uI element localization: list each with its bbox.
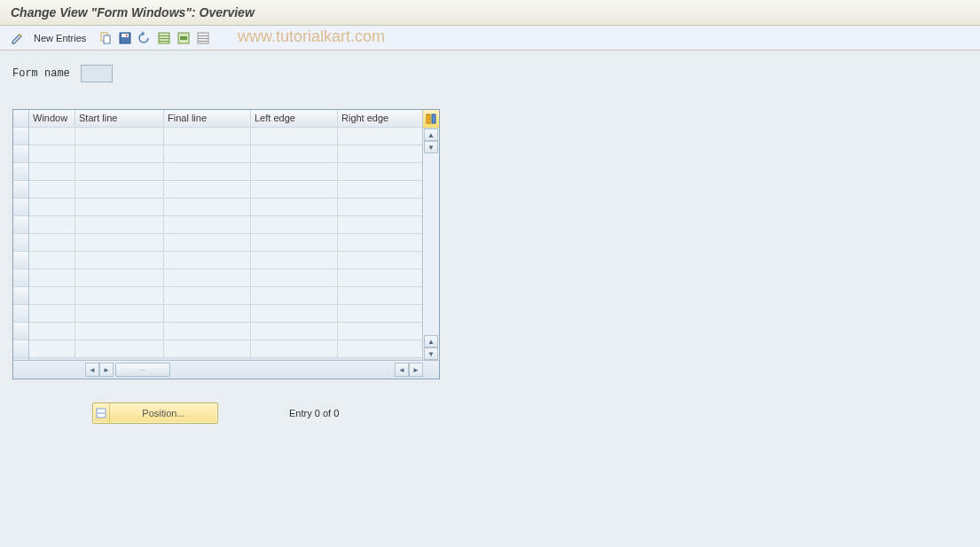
- row-selector[interactable]: [13, 305, 28, 323]
- row-selector[interactable]: [13, 234, 28, 252]
- table-cell[interactable]: [164, 181, 251, 198]
- table-row[interactable]: [29, 270, 422, 287]
- table-row[interactable]: [29, 199, 422, 216]
- row-selector[interactable]: [13, 128, 28, 145]
- table-cell[interactable]: [338, 145, 422, 162]
- column-start-line[interactable]: Start line: [75, 110, 164, 127]
- delete-button[interactable]: [116, 29, 134, 47]
- table-cell[interactable]: [29, 128, 75, 145]
- table-cell[interactable]: [75, 270, 164, 286]
- row-selector[interactable]: [13, 340, 28, 358]
- table-cell[interactable]: [75, 199, 164, 215]
- table-cell[interactable]: [29, 234, 75, 251]
- row-selector[interactable]: [13, 145, 28, 163]
- table-cell[interactable]: [164, 340, 251, 357]
- table-row[interactable]: [29, 216, 422, 234]
- scroll-down-button-2[interactable]: ▼: [424, 348, 438, 360]
- table-cell[interactable]: [164, 305, 251, 322]
- table-cell[interactable]: [29, 252, 75, 269]
- table-cell[interactable]: [251, 216, 338, 233]
- table-row[interactable]: [29, 145, 422, 163]
- row-selector[interactable]: [13, 323, 28, 340]
- table-cell[interactable]: [164, 234, 251, 251]
- table-row[interactable]: [29, 181, 422, 199]
- table-cell[interactable]: [338, 128, 422, 145]
- position-button[interactable]: Position...: [92, 402, 218, 424]
- scroll-right-button-2[interactable]: ►: [409, 363, 423, 377]
- table-cell[interactable]: [29, 270, 75, 286]
- table-cell[interactable]: [164, 199, 251, 215]
- scroll-down-button[interactable]: ▼: [424, 141, 438, 153]
- scroll-up-button-2[interactable]: ▲: [424, 335, 438, 348]
- table-cell[interactable]: [251, 199, 338, 215]
- table-cell[interactable]: [164, 287, 251, 304]
- table-cell[interactable]: [75, 252, 164, 269]
- vertical-scroll-track[interactable]: [423, 153, 439, 335]
- toggle-change-button[interactable]: [9, 29, 27, 47]
- new-entries-button[interactable]: New Entries: [28, 29, 91, 47]
- column-final-line[interactable]: Final line: [164, 110, 251, 127]
- table-cell[interactable]: [338, 216, 422, 233]
- row-selector[interactable]: [13, 181, 28, 199]
- table-cell[interactable]: [338, 323, 422, 340]
- row-selector[interactable]: [13, 287, 28, 305]
- table-row[interactable]: [29, 323, 422, 340]
- scroll-left-button[interactable]: ◄: [85, 363, 99, 377]
- table-cell[interactable]: [75, 181, 164, 198]
- table-cell[interactable]: [29, 163, 75, 180]
- table-cell[interactable]: [338, 199, 422, 215]
- table-cell[interactable]: [251, 128, 338, 145]
- table-cell[interactable]: [251, 145, 338, 162]
- row-selector[interactable]: [13, 252, 28, 270]
- table-cell[interactable]: [29, 305, 75, 322]
- table-row[interactable]: [29, 128, 422, 145]
- table-cell[interactable]: [338, 163, 422, 180]
- table-cell[interactable]: [29, 340, 75, 357]
- table-row[interactable]: [29, 305, 422, 323]
- table-cell[interactable]: [251, 181, 338, 198]
- table-row[interactable]: [29, 163, 422, 181]
- select-all-rows-handle[interactable]: [13, 110, 28, 128]
- table-row[interactable]: [29, 234, 422, 252]
- table-cell[interactable]: [75, 234, 164, 251]
- table-cell[interactable]: [338, 270, 422, 286]
- table-cell[interactable]: [164, 128, 251, 145]
- table-cell[interactable]: [164, 252, 251, 269]
- table-cell[interactable]: [338, 252, 422, 269]
- table-cell[interactable]: [75, 287, 164, 304]
- table-cell[interactable]: [164, 323, 251, 340]
- table-cell[interactable]: [338, 181, 422, 198]
- table-cell[interactable]: [164, 270, 251, 286]
- table-configure-button[interactable]: [423, 110, 439, 129]
- row-selector[interactable]: [13, 270, 28, 287]
- table-cell[interactable]: [164, 145, 251, 162]
- table-cell[interactable]: [164, 163, 251, 180]
- select-all-button[interactable]: [155, 29, 173, 47]
- column-left-edge[interactable]: Left edge: [251, 110, 338, 127]
- table-cell[interactable]: [251, 305, 338, 322]
- table-cell[interactable]: [29, 145, 75, 162]
- table-cell[interactable]: [251, 163, 338, 180]
- table-cell[interactable]: [75, 216, 164, 233]
- table-cell[interactable]: [251, 287, 338, 304]
- table-cell[interactable]: [75, 305, 164, 322]
- table-cell[interactable]: [75, 340, 164, 357]
- table-cell[interactable]: [251, 270, 338, 286]
- table-cell[interactable]: [338, 287, 422, 304]
- horizontal-scroll-thumb[interactable]: ⋯: [115, 363, 170, 377]
- form-name-input[interactable]: [81, 65, 113, 82]
- table-cell[interactable]: [29, 181, 75, 198]
- table-cell[interactable]: [29, 216, 75, 233]
- table-cell[interactable]: [338, 234, 422, 251]
- copy-as-button[interactable]: [97, 29, 114, 47]
- deselect-all-button[interactable]: [194, 29, 212, 47]
- column-window[interactable]: Window: [29, 110, 75, 127]
- table-cell[interactable]: [251, 234, 338, 251]
- table-cell[interactable]: [338, 340, 422, 357]
- table-cell[interactable]: [75, 145, 164, 162]
- table-cell[interactable]: [164, 216, 251, 233]
- table-cell[interactable]: [29, 199, 75, 215]
- row-selector[interactable]: [13, 216, 28, 234]
- row-selector[interactable]: [13, 163, 28, 181]
- scroll-left-button-2[interactable]: ◄: [395, 363, 409, 377]
